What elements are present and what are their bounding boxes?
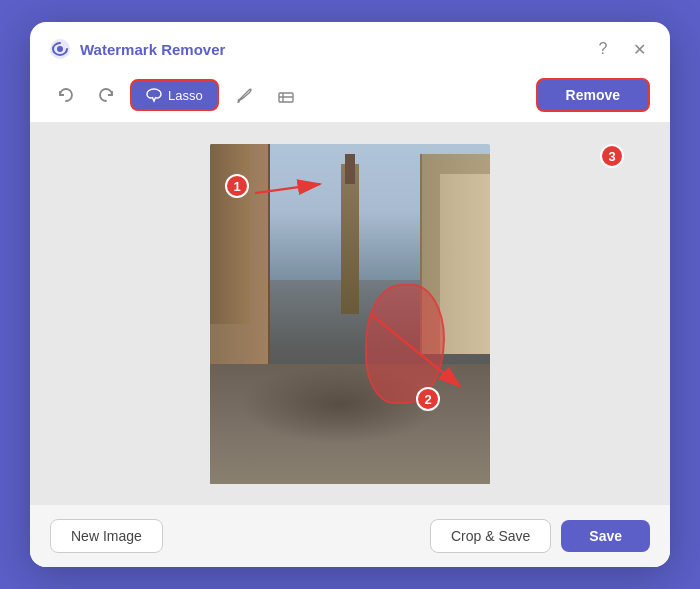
close-icon: ✕ [633,40,646,59]
redo-button[interactable] [90,79,122,111]
annotation-3: 3 [600,144,624,168]
brush-icon [234,85,254,105]
app-title: Watermark Remover [80,41,590,58]
help-button[interactable]: ? [590,36,616,62]
title-actions: ? ✕ [590,36,652,62]
redo-icon [97,86,115,104]
app-window: Watermark Remover ? ✕ [30,22,670,567]
save-button[interactable]: Save [561,520,650,552]
save-label: Save [589,528,622,544]
svg-point-1 [57,46,63,52]
remove-button[interactable]: Remove [536,78,650,112]
remove-label: Remove [566,87,620,103]
canvas-area: 1 2 3 [30,122,670,505]
toolbar: Lasso Remove [30,72,670,122]
annotation-2: 2 [416,387,440,411]
close-button[interactable]: ✕ [626,36,652,62]
crop-save-button[interactable]: Crop & Save [430,519,551,553]
undo-icon [57,86,75,104]
bottom-bar: New Image Crop & Save Save [30,505,670,567]
brush-button[interactable] [227,78,261,112]
image-container [210,144,490,484]
undo-button[interactable] [50,79,82,111]
help-icon: ? [599,40,608,58]
new-image-label: New Image [71,528,142,544]
app-icon [48,37,72,61]
erase-icon [276,85,296,105]
street-scene [210,144,490,484]
lasso-button[interactable]: Lasso [130,79,219,111]
lasso-icon [146,87,162,103]
lasso-label: Lasso [168,88,203,103]
erase-button[interactable] [269,78,303,112]
annotation-1: 1 [225,174,249,198]
title-bar: Watermark Remover ? ✕ [30,22,670,72]
new-image-button[interactable]: New Image [50,519,163,553]
crop-save-label: Crop & Save [451,528,530,544]
